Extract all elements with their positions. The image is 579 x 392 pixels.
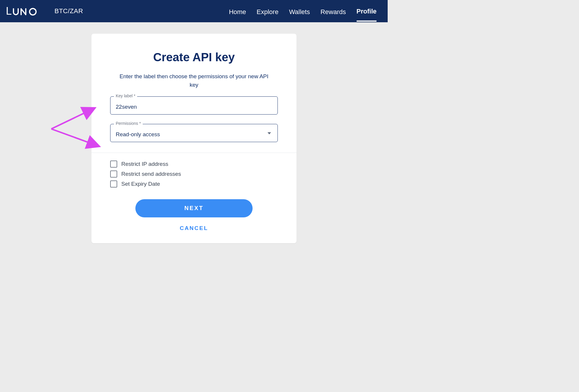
restrict-ip-checkbox[interactable]: Restrict IP address [110,161,278,168]
permissions-legend: Permissions * [114,121,143,126]
card-title: Create API key [110,51,278,64]
svg-point-1 [30,8,36,15]
checkbox-label: Set Expiry Date [121,181,160,187]
cancel-button[interactable]: CANCEL [180,225,208,231]
section-divider [91,153,297,153]
checkbox-label: Restrict send addresses [121,171,181,177]
chevron-down-icon [268,132,271,134]
create-api-key-card: Create API key Enter the label then choo… [91,34,297,243]
checkbox-label: Restrict IP address [121,161,168,167]
luno-logo[interactable]: L [6,5,47,17]
checkbox-box [110,161,117,168]
checkbox-box [110,171,117,178]
key-label-legend: Key label * [114,93,137,98]
nav-profile[interactable]: Profile [357,1,377,22]
next-button[interactable]: NEXT [135,199,253,217]
nav-rewards[interactable]: Rewards [321,1,346,21]
svg-text:L: L [6,5,12,17]
trading-pair[interactable]: BTC/ZAR [55,7,83,15]
key-label-input[interactable] [116,104,272,110]
nav-home[interactable]: Home [229,1,246,21]
permissions-field[interactable]: Permissions * Read-only access [110,124,278,142]
card-subtitle: Enter the label then choose the permissi… [118,72,270,89]
key-label-field[interactable]: Key label * [110,96,278,115]
nav-explore[interactable]: Explore [257,1,279,21]
nav-wallets[interactable]: Wallets [289,1,310,21]
top-navbar: L BTC/ZAR Home Explore Wallets Rewards P… [0,0,388,22]
restrict-send-checkbox[interactable]: Restrict send addresses [110,171,278,178]
expiry-date-checkbox[interactable]: Set Expiry Date [110,180,278,188]
svg-line-2 [51,108,95,129]
permissions-value: Read-only access [116,131,272,138]
checkbox-box [110,180,117,188]
